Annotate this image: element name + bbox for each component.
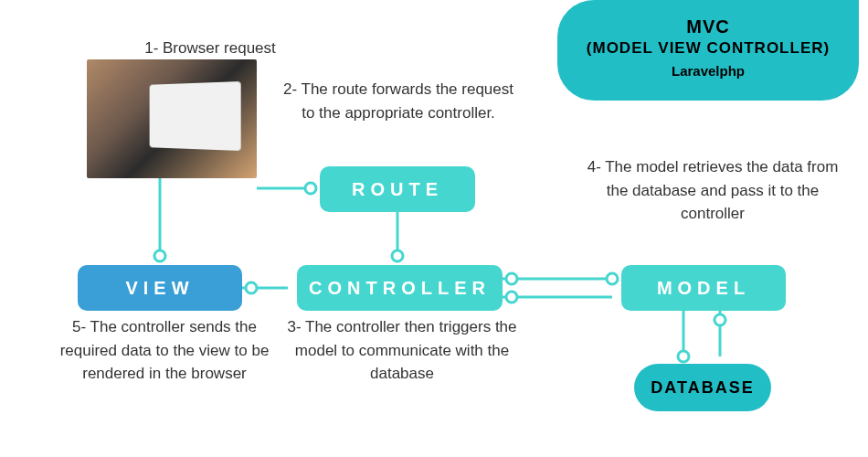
svg-point-3 <box>392 250 403 261</box>
caption-1: 1- Browser request <box>119 37 302 60</box>
header-tag: Laravelphp <box>574 63 842 79</box>
svg-point-1 <box>305 183 316 194</box>
svg-point-5 <box>154 250 165 261</box>
header-title: MVC <box>574 16 842 37</box>
svg-point-7 <box>246 282 257 293</box>
header-panel: MVC (MODEL VIEW CONTROLLER) Laravelphp <box>557 0 859 101</box>
caption-4: 4- The model retrieves the data from the… <box>585 155 841 226</box>
route-box: ROUTE <box>320 166 475 212</box>
svg-point-14 <box>678 351 689 362</box>
svg-point-9 <box>506 273 517 284</box>
header-subtitle: (MODEL VIEW CONTROLLER) <box>574 39 842 58</box>
caption-5: 5- The controller sends the required dat… <box>46 315 283 386</box>
view-box: VIEW <box>78 265 242 311</box>
svg-point-16 <box>715 314 725 325</box>
database-box: DATABASE <box>634 364 771 411</box>
controller-box: CONTROLLER <box>297 265 503 311</box>
caption-3: 3- The controller then triggers the mode… <box>283 315 521 386</box>
svg-point-12 <box>506 292 517 303</box>
model-box: MODEL <box>621 265 786 311</box>
browser-photo <box>87 59 257 178</box>
caption-2: 2- The route forwards the request to the… <box>280 78 517 124</box>
svg-point-10 <box>607 273 618 284</box>
